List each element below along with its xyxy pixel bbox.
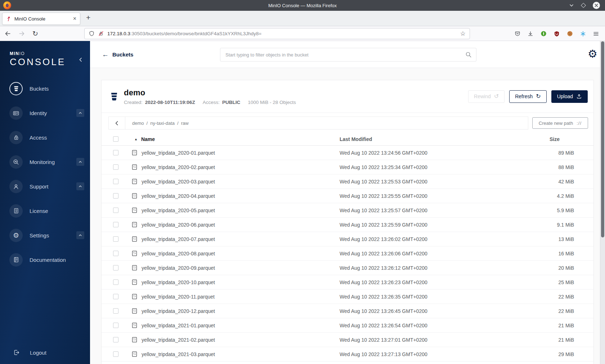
object-name[interactable]: yellow_tripdata_2020-11.parquet (142, 294, 215, 300)
sidebar-item-support[interactable]: Support (0, 174, 90, 199)
logout-icon (10, 349, 23, 356)
row-checkbox[interactable] (113, 279, 118, 285)
privacy-badger-icon[interactable] (540, 30, 547, 37)
chevron-up-icon[interactable] (76, 109, 84, 117)
back-to-buckets-button[interactable]: ← Buckets (102, 41, 133, 68)
table-row[interactable]: yellow_tripdata_2020-07.parquet Wed Aug … (102, 232, 593, 246)
row-checkbox[interactable] (113, 179, 118, 184)
row-checkbox[interactable] (113, 265, 118, 270)
object-name[interactable]: yellow_tripdata_2020-05.parquet (142, 208, 215, 213)
reload-button-icon[interactable]: ↻ (32, 30, 38, 37)
browser-tab[interactable]: MinIO Console × (2, 13, 80, 25)
row-checkbox[interactable] (113, 351, 118, 357)
breadcrumb-segment[interactable]: ny-taxi-data (150, 120, 175, 126)
table-row[interactable]: yellow_tripdata_2020-03.parquet Wed Aug … (102, 174, 593, 189)
ublock-icon[interactable] (554, 31, 560, 37)
table-row[interactable]: yellow_tripdata_2020-11.parquet Wed Aug … (102, 290, 593, 304)
table-row[interactable]: yellow_tripdata_2020-06.parquet Wed Aug … (102, 218, 593, 232)
object-name[interactable]: yellow_tripdata_2020-10.parquet (142, 279, 215, 285)
bookmark-star-icon[interactable]: ☆ (460, 30, 466, 37)
chevron-up-icon[interactable] (76, 158, 84, 166)
column-header-name[interactable]: ▲ Name (130, 136, 340, 142)
brand-min: MIN (10, 51, 19, 56)
scrollbar-thumb[interactable] (601, 41, 604, 237)
create-new-path-button[interactable]: Create new path :// (532, 117, 588, 129)
downloads-icon[interactable] (527, 31, 534, 37)
sidebar-item-identity[interactable]: Identity (0, 101, 90, 125)
breadcrumb-segment[interactable]: raw (181, 120, 189, 126)
sidebar-item-logout[interactable]: Logout (10, 349, 46, 356)
table-row[interactable]: yellow_tripdata_2020-10.parquet Wed Aug … (102, 275, 593, 290)
row-checkbox[interactable] (113, 251, 118, 256)
window-maximize-icon[interactable] (582, 4, 585, 7)
object-name[interactable]: yellow_tripdata_2020-01.parquet (142, 150, 215, 156)
forward-button-icon[interactable] (18, 30, 25, 37)
window-minimize-icon[interactable] (569, 3, 574, 8)
sidebar-collapse-icon[interactable] (78, 57, 84, 63)
tracking-shield-icon[interactable] (89, 31, 95, 37)
row-checkbox[interactable] (113, 150, 118, 155)
object-name[interactable]: yellow_tripdata_2021-01.parquet (142, 323, 215, 328)
container-tabs-icon[interactable] (580, 31, 586, 37)
row-checkbox[interactable] (113, 236, 118, 242)
object-name[interactable]: yellow_tripdata_2020-03.parquet (142, 179, 215, 185)
object-name[interactable]: yellow_tripdata_2021-02.parquet (142, 337, 215, 343)
table-row[interactable]: yellow_tripdata_2020-12.parquet Wed Aug … (102, 304, 593, 318)
table-row[interactable]: yellow_tripdata_2021-03.parquet Wed Aug … (102, 347, 593, 361)
column-header-modified[interactable]: Last Modified (340, 136, 505, 142)
row-checkbox[interactable] (113, 323, 118, 328)
object-name[interactable]: yellow_tripdata_2020-06.parquet (142, 222, 215, 228)
sidebar-item-documentation[interactable]: Documentation (0, 247, 90, 272)
object-name[interactable]: yellow_tripdata_2020-02.parquet (142, 164, 215, 170)
window-close-icon[interactable] (593, 2, 600, 9)
table-row[interactable]: yellow_tripdata_2020-08.parquet Wed Aug … (102, 246, 593, 261)
row-checkbox[interactable] (113, 208, 118, 213)
refresh-button[interactable]: Refresh ↻ (509, 90, 546, 103)
upload-button[interactable]: Upload (551, 90, 588, 103)
tab-close-icon[interactable]: × (73, 16, 76, 22)
column-header-size[interactable]: Size (505, 136, 593, 142)
row-checkbox[interactable] (113, 222, 118, 227)
row-checkbox[interactable] (113, 308, 118, 314)
object-name[interactable]: yellow_tripdata_2020-12.parquet (142, 308, 215, 314)
hamburger-menu-icon[interactable] (593, 31, 599, 37)
object-name[interactable]: yellow_tripdata_2020-07.parquet (142, 236, 215, 242)
rewind-button[interactable]: Rewind ↺ (468, 90, 505, 103)
select-all-checkbox[interactable] (113, 136, 118, 142)
new-tab-button[interactable]: + (86, 13, 90, 22)
object-name[interactable]: yellow_tripdata_2021-03.parquet (142, 351, 215, 357)
table-row[interactable]: yellow_tripdata_2020-09.parquet Wed Aug … (102, 261, 593, 275)
object-file-icon (131, 192, 138, 199)
page-scrollbar[interactable] (600, 41, 605, 364)
sidebar-item-settings[interactable]: ⚙ Settings (0, 223, 90, 247)
object-name[interactable]: yellow_tripdata_2020-08.parquet (142, 251, 215, 256)
sidebar-item-access[interactable]: Access (0, 125, 90, 150)
object-filter-input[interactable] (220, 48, 476, 62)
row-checkbox[interactable] (113, 294, 118, 299)
table-row[interactable]: yellow_tripdata_2021-01.parquet Wed Aug … (102, 318, 593, 333)
console-settings-gear-icon[interactable]: ⚙ (588, 49, 597, 59)
insecure-lock-icon[interactable] (98, 31, 104, 37)
sidebar-item-license[interactable]: License (0, 199, 90, 223)
sidebar-item-buckets[interactable]: Buckets (0, 76, 90, 101)
url-bar[interactable]: 172.18.0.3:30503/buckets/demo/browse/bnk… (84, 28, 470, 39)
chevron-up-icon[interactable] (76, 182, 84, 190)
table-row[interactable]: yellow_tripdata_2020-04.parquet Wed Aug … (102, 189, 593, 203)
cookie-manager-icon[interactable] (566, 30, 573, 37)
table-row[interactable]: yellow_tripdata_2020-01.parquet Wed Aug … (102, 146, 593, 160)
sidebar-item-monitoring[interactable]: Monitoring (0, 150, 90, 174)
table-row[interactable]: yellow_tripdata_2020-02.parquet Wed Aug … (102, 160, 593, 174)
breadcrumb-segment[interactable]: demo (132, 120, 144, 126)
back-button-icon[interactable] (4, 30, 11, 37)
path-back-chevron-icon[interactable] (109, 117, 125, 129)
chevron-up-icon[interactable] (76, 231, 84, 239)
object-name[interactable]: yellow_tripdata_2020-04.parquet (142, 193, 215, 199)
row-checkbox[interactable] (113, 164, 118, 170)
row-checkbox[interactable] (113, 193, 118, 199)
table-row[interactable]: yellow_tripdata_2020-05.parquet Wed Aug … (102, 203, 593, 218)
object-name[interactable]: yellow_tripdata_2020-09.parquet (142, 265, 215, 271)
content-header: ← Buckets ⚙ (90, 41, 605, 68)
pocket-icon[interactable] (514, 31, 521, 37)
table-row[interactable]: yellow_tripdata_2021-02.parquet Wed Aug … (102, 333, 593, 347)
row-checkbox[interactable] (113, 337, 118, 342)
